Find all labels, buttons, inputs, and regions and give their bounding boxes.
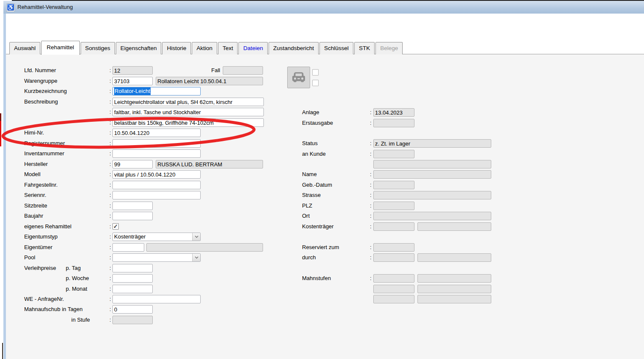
- we-anfragenr-field[interactable]: [112, 295, 201, 303]
- edge-artifact-line: [2, 343, 3, 359]
- preis-monat-field[interactable]: [112, 285, 153, 293]
- fahrgestellnr-field[interactable]: [112, 181, 201, 189]
- tab-bar: Auswahl Rehamittel Sonstiges Eigenschaft…: [9, 42, 403, 54]
- baujahr-field[interactable]: [112, 212, 153, 220]
- plz-field: [373, 202, 414, 210]
- status-label: Status: [302, 139, 366, 148]
- pool-label: Pool: [24, 253, 105, 262]
- kostentraeger-code-field: [373, 222, 414, 231]
- inventarnummer-label: Inventarnummer: [24, 149, 105, 158]
- seriennr-field[interactable]: [112, 191, 201, 199]
- eigentumstyp-select[interactable]: Kostenträger: [112, 233, 201, 241]
- p-monat-label: p. Monat: [66, 285, 87, 293]
- an-kunde-name-field: [373, 160, 491, 168]
- reserviert-zum-label: Reserviert zum: [302, 243, 366, 252]
- inventarnummer-field[interactable]: [112, 149, 201, 158]
- tab-zustandsbericht[interactable]: Zustandsbericht: [269, 42, 319, 54]
- mahnaufschub-field[interactable]: [112, 305, 153, 314]
- reserviert-zum-field: [373, 243, 414, 252]
- eigenes-rehamittel-label: eigenes Rehamittel: [24, 222, 105, 231]
- warengruppe-code-field[interactable]: [112, 77, 153, 85]
- window-title: Rehamittel-Verwaltung: [17, 1, 73, 14]
- kostentraeger-text-field: [417, 222, 491, 231]
- we-anfragenr-label: WE - AnfrageNr.: [24, 295, 105, 303]
- pool-select[interactable]: [112, 253, 201, 262]
- an-kunde-date-field: [373, 150, 414, 158]
- ort-field: [373, 212, 491, 220]
- hersteller-code-field[interactable]: [112, 160, 153, 168]
- mahnaufschub-label: Mahnaufschub in Tagen: [24, 305, 105, 314]
- preis-woche-field[interactable]: [112, 274, 153, 283]
- mahnstufe-1-code-field: [373, 274, 414, 283]
- kurzbezeichnung-label: Kurzbezeichnung: [24, 87, 105, 95]
- kurzbezeichnung-field[interactable]: Rollator-Leicht: [112, 87, 201, 95]
- strasse-field: [373, 191, 491, 199]
- tab-stk[interactable]: STK: [354, 42, 375, 54]
- lfd-nummer-label: Lfd. Nummer: [24, 66, 105, 75]
- p-woche-label: p. Woche: [66, 274, 89, 283]
- eigentumstyp-value: Kostenträger: [114, 233, 146, 241]
- chevron-down-icon: [195, 236, 199, 238]
- tab-sonstiges[interactable]: Sonstiges: [81, 42, 115, 54]
- p-tag-label: p. Tag: [66, 264, 81, 272]
- preis-tag-field[interactable]: [112, 264, 153, 272]
- name-field: [373, 170, 491, 179]
- hersteller-label: Hersteller: [24, 160, 105, 168]
- eigenes-rehamittel-checkbox[interactable]: ✓: [112, 223, 119, 230]
- erstausgabe-field: [373, 119, 414, 127]
- mahnstufe-3-text-field: [417, 295, 491, 303]
- eigentuemer-text-field: [146, 243, 263, 252]
- eigentuemer-code-field[interactable]: [112, 243, 144, 252]
- tab-historie[interactable]: Historie: [162, 42, 191, 54]
- mahnstufe-3-code-field: [373, 295, 414, 303]
- eigentuemer-label: Eigentümer: [24, 243, 105, 252]
- fahrgestellnr-label: Fahrgestellnr.: [24, 181, 105, 189]
- beschreibung-label: Beschreibung: [24, 98, 105, 106]
- mahnstufen-label: Mahnstufen: [302, 274, 366, 283]
- annotation-red-line-dark: [0, 113, 1, 121]
- lfd-nummer-field: [112, 66, 153, 75]
- tab-eigenschaften[interactable]: Eigenschaften: [116, 42, 162, 54]
- fall-field: [223, 66, 263, 75]
- tab-dateien[interactable]: Dateien: [238, 42, 268, 54]
- ort-label: Ort: [302, 212, 366, 220]
- tab-schluessel[interactable]: Schlüssel: [319, 42, 353, 54]
- tab-rehamittel[interactable]: Rehamittel: [41, 41, 80, 55]
- name-label: Name: [302, 170, 366, 179]
- beschreibung-line2-field[interactable]: [112, 108, 264, 116]
- tab-auswahl[interactable]: Auswahl: [9, 42, 40, 54]
- title-bar: ♿ Rehamittel-Verwaltung: [3, 1, 644, 14]
- tab-aktion[interactable]: Aktion: [192, 42, 217, 54]
- modell-label: Modell: [24, 170, 105, 179]
- modell-field[interactable]: [112, 170, 201, 179]
- warengruppe-label: Warengruppe: [24, 77, 105, 85]
- verleihpreise-label: Verleihpreise: [24, 264, 105, 272]
- eigentumstyp-label: Eigentumstyp: [24, 233, 105, 241]
- fall-label: Fall: [194, 66, 220, 75]
- sitzbreite-field[interactable]: [112, 202, 153, 210]
- selected-text: Rollator-Leicht: [114, 87, 151, 95]
- beschreibung-line1-field[interactable]: [112, 98, 264, 106]
- tab-belege: Belege: [375, 42, 403, 54]
- durch-text-field: [417, 253, 491, 262]
- an-kunde-label: an Kunde: [302, 150, 366, 158]
- check-icon: ✓: [113, 224, 118, 229]
- durch-code-field: [373, 253, 414, 262]
- anlage-label: Anlage: [302, 108, 366, 117]
- durch-label: durch: [302, 253, 366, 262]
- sitzbreite-label: Sitzbreite: [24, 202, 105, 210]
- tab-text[interactable]: Text: [218, 42, 238, 54]
- dropdown-button[interactable]: [192, 254, 200, 261]
- erstausgabe-label: Erstausgabe: [302, 119, 366, 127]
- dropdown-button[interactable]: [192, 233, 200, 241]
- beschreibung-line3-field[interactable]: [112, 118, 264, 127]
- himi-nr-label: Himi-Nr.: [24, 129, 105, 137]
- chevron-down-icon: [195, 256, 199, 259]
- registernummer-field[interactable]: [112, 139, 201, 148]
- status-field: [373, 139, 491, 148]
- mahnstufe-2-text-field: [417, 285, 491, 293]
- baujahr-label: Baujahr: [24, 212, 105, 220]
- kostentraeger-label: Kostenträger: [302, 222, 366, 231]
- mahnstufe-1-text-field: [417, 274, 491, 283]
- himi-nr-field[interactable]: [112, 129, 201, 137]
